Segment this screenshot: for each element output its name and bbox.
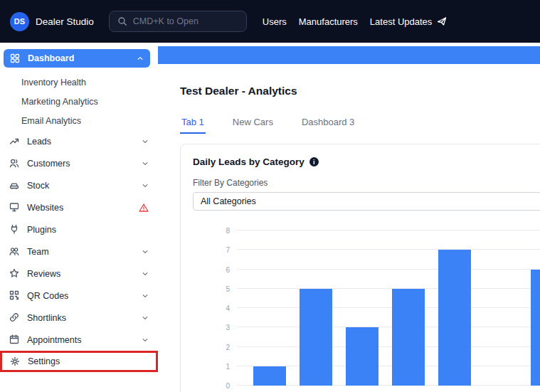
sidebar-item-label: Plugins [27,225,56,235]
tab-new-cars[interactable]: New Cars [231,117,275,134]
y-tick-label: 3 [226,324,230,332]
car-icon [9,180,20,191]
tab-1[interactable]: Tab 1 [180,117,206,134]
bar-0 [253,366,286,386]
sidebar-item-leads[interactable]: Leads [0,130,158,152]
bar-2 [346,327,378,386]
y-tick-label: 2 [226,344,230,351]
brand: DS Dealer Studio [10,12,94,31]
sidebar-item-label: QR Codes [27,291,68,301]
command-search[interactable]: CMD+K to Open [109,11,247,32]
blue-banner [158,46,540,64]
nav-latest-updates[interactable]: Latest Updates [370,16,447,27]
nav-latest-updates-label: Latest Updates [370,16,432,27]
bar-4 [438,250,471,386]
sidebar-item-label: Websites [27,203,63,213]
monitor-icon [9,202,20,213]
chevron-down-icon [142,337,149,344]
y-tick-label: 4 [226,304,230,312]
chevron-down-icon [142,248,149,255]
filter-label: Filter By Categories [193,178,540,188]
sidebar-item-websites[interactable]: Websites [0,196,158,218]
plug-icon [9,224,20,235]
dashboard-tabs: Tab 1 New Cars Dashboard 3 [180,117,540,134]
card-title: Daily Leads by Category [193,157,305,167]
calendar-icon [9,334,20,345]
sidebar-item-appointments[interactable]: Appointments [0,329,158,351]
trending-up-icon [9,136,20,147]
sidebar-item-stock[interactable]: Stock [0,174,158,196]
y-tick-label: 5 [226,285,230,293]
y-tick-label: 0 [226,382,230,390]
sidebar-item-label: Inventory Health [21,78,86,88]
gear-icon [10,356,21,367]
tab-dashboard-3[interactable]: Dashboard 3 [300,117,356,134]
sidebar-item-inventory-health[interactable]: Inventory Health [0,73,158,92]
sidebar-item-label: Reviews [27,269,60,279]
sidebar-item-label: Appointments [27,335,81,345]
sidebar-item-shortlinks[interactable]: Shortlinks [0,307,158,329]
sidebar-item-team[interactable]: Team [0,240,158,263]
chevron-down-icon [142,138,149,145]
sidebar-item-label: Dashboard [28,53,74,63]
gridline [237,249,540,250]
grid-icon [10,53,21,64]
sidebar-item-dashboard[interactable]: Dashboard [4,49,150,68]
sidebar-item-label: Marketing Analytics [21,97,98,107]
top-navigation: Users Manufacturers Latest Updates [263,16,448,27]
gridline [237,269,540,270]
y-tick-label: 1 [226,363,230,371]
main-content: Test Dealer - Analytics Tab 1 New Cars D… [158,43,540,392]
bar-chart: 012345678 [193,231,540,386]
bar-6 [531,270,540,386]
y-tick-label: 6 [226,266,230,274]
brand-name: Dealer Studio [36,16,94,27]
categories-select[interactable]: All Categories [193,192,540,211]
warning-triangle-icon [139,203,149,213]
topbar: DS Dealer Studio CMD+K to Open Users Man… [0,0,540,43]
brand-logo: DS [10,12,29,31]
app-window: DS Dealer Studio CMD+K to Open Users Man… [0,0,540,392]
chevron-down-icon [142,182,149,189]
qr-code-icon [9,290,20,301]
page-title: Test Dealer - Analytics [180,85,540,97]
chart-plot [237,231,540,386]
chevron-down-icon [142,270,149,277]
app-body: Dashboard Inventory Health Marketing Ana… [0,43,540,392]
y-tick-label: 7 [226,246,230,254]
rocket-icon [437,16,447,26]
star-icon [9,268,20,279]
chevron-down-icon [142,292,149,300]
sidebar-item-settings[interactable]: Settings [0,351,158,372]
sidebar-item-reviews[interactable]: Reviews [0,263,158,285]
bar-1 [300,289,332,386]
info-icon[interactable]: i [309,157,319,166]
sidebar-item-label: Shortlinks [27,313,66,323]
sidebar-item-marketing-analytics[interactable]: Marketing Analytics [0,92,158,111]
chart-y-axis: 012345678 [193,231,237,386]
sidebar-item-label: Stock [27,181,49,191]
chevron-up-icon [137,55,144,62]
sidebar-item-label: Email Analytics [21,116,81,126]
team-icon [9,246,20,257]
users-icon [9,158,20,169]
categories-select-value: All Categories [201,196,256,206]
search-placeholder: CMD+K to Open [133,16,198,26]
daily-leads-card: Daily Leads by Category i Filter By Cate… [180,144,540,392]
chevron-down-icon [142,160,149,167]
sidebar-item-plugins[interactable]: Plugins [0,218,158,240]
sidebar-item-email-analytics[interactable]: Email Analytics [0,111,158,130]
chevron-down-icon [142,314,149,322]
nav-users[interactable]: Users [263,16,287,27]
search-icon [117,16,127,26]
gridline [237,230,540,231]
sidebar-item-customers[interactable]: Customers [0,152,158,174]
bar-3 [392,289,425,386]
sidebar-item-label: Settings [28,356,60,366]
sidebar-item-qr-codes[interactable]: QR Codes [0,285,158,307]
sidebar-item-label: Team [27,247,49,257]
sidebar: Dashboard Inventory Health Marketing Ana… [0,43,158,392]
sidebar-item-label: Leads [27,137,51,147]
y-tick-label: 8 [226,227,230,235]
nav-manufacturers[interactable]: Manufacturers [299,16,358,27]
